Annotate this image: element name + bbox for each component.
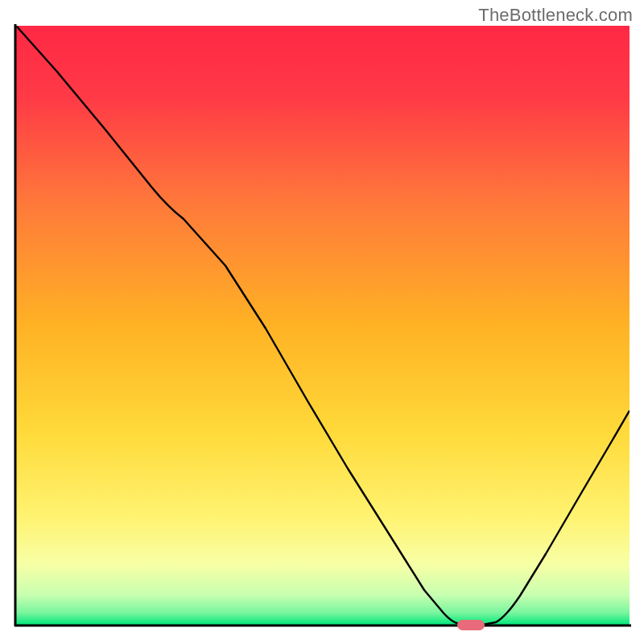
bottleneck-chart xyxy=(0,0,644,644)
watermark-label: TheBottleneck.com xyxy=(478,5,633,26)
plot-background xyxy=(16,26,630,625)
optimal-point-marker xyxy=(457,620,485,630)
chart-container: TheBottleneck.com xyxy=(0,0,644,644)
